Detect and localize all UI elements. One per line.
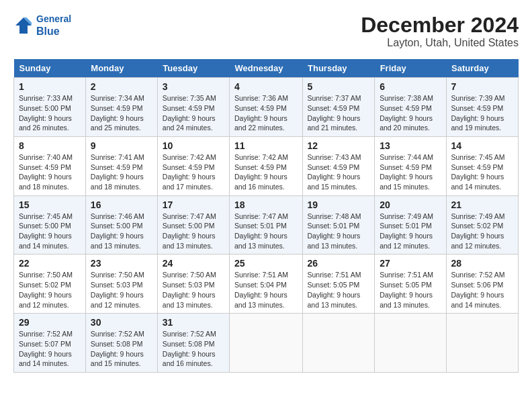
day-info: Sunrise: 7:50 AMSunset: 5:02 PMDaylight:… (19, 271, 73, 308)
calendar-header-row: SundayMondayTuesdayWednesdayThursdayFrid… (14, 59, 519, 78)
day-number: 21 (451, 199, 513, 210)
day-info: Sunrise: 7:51 AMSunset: 5:04 PMDaylight:… (234, 271, 288, 308)
day-number: 26 (308, 258, 370, 269)
calendar-cell: 12 Sunrise: 7:43 AMSunset: 4:59 PMDaylig… (302, 136, 375, 195)
day-info: Sunrise: 7:47 AMSunset: 5:00 PMDaylight:… (163, 212, 216, 250)
page-title: December 2024 (361, 13, 519, 37)
calendar-cell: 24 Sunrise: 7:50 AMSunset: 5:03 PMDaylig… (157, 255, 229, 314)
calendar-cell: 19 Sunrise: 7:48 AMSunset: 5:01 PMDaylig… (302, 195, 375, 255)
calendar-cell: 4 Sunrise: 7:36 AMSunset: 4:59 PMDayligh… (230, 78, 303, 137)
day-number: 23 (91, 258, 152, 269)
day-info: Sunrise: 7:35 AMSunset: 4:59 PMDaylight:… (163, 94, 216, 132)
day-info: Sunrise: 7:45 AMSunset: 4:59 PMDaylight:… (451, 153, 505, 191)
calendar-cell: 6 Sunrise: 7:38 AMSunset: 4:59 PMDayligh… (375, 78, 446, 137)
calendar-header-monday: Monday (85, 59, 157, 78)
calendar-header-friday: Friday (375, 59, 446, 78)
day-number: 18 (234, 199, 298, 210)
calendar-header-wednesday: Wednesday (230, 59, 303, 78)
page-header: General Blue December 2024 Layton, Utah,… (13, 13, 519, 49)
day-info: Sunrise: 7:52 AMSunset: 5:08 PMDaylight:… (163, 330, 216, 367)
calendar-cell: 22 Sunrise: 7:50 AMSunset: 5:02 PMDaylig… (14, 255, 86, 314)
calendar-week-row: 22 Sunrise: 7:50 AMSunset: 5:02 PMDaylig… (14, 255, 519, 314)
day-info: Sunrise: 7:51 AMSunset: 5:05 PMDaylight:… (308, 271, 361, 308)
title-area: December 2024 Layton, Utah, United State… (361, 13, 519, 49)
calendar-week-row: 15 Sunrise: 7:45 AMSunset: 5:00 PMDaylig… (14, 195, 519, 255)
day-number: 27 (380, 258, 441, 269)
calendar-cell: 13 Sunrise: 7:44 AMSunset: 4:59 PMDaylig… (375, 136, 446, 195)
day-info: Sunrise: 7:40 AMSunset: 4:59 PMDaylight:… (19, 153, 73, 191)
calendar-cell (302, 314, 375, 373)
calendar-header-sunday: Sunday (14, 59, 86, 78)
calendar-cell: 29 Sunrise: 7:52 AMSunset: 5:07 PMDaylig… (14, 314, 86, 373)
logo-line1: General (36, 13, 71, 24)
calendar-cell: 3 Sunrise: 7:35 AMSunset: 4:59 PMDayligh… (157, 78, 229, 137)
day-number: 7 (451, 81, 513, 92)
day-info: Sunrise: 7:33 AMSunset: 5:00 PMDaylight:… (19, 94, 73, 132)
day-info: Sunrise: 7:50 AMSunset: 5:03 PMDaylight:… (91, 271, 144, 308)
svg-marker-0 (15, 17, 32, 34)
day-number: 16 (91, 199, 152, 210)
calendar-cell (446, 314, 518, 373)
calendar-table: SundayMondayTuesdayWednesdayThursdayFrid… (13, 59, 519, 373)
day-number: 28 (451, 258, 513, 269)
day-number: 31 (163, 317, 224, 328)
calendar-week-row: 29 Sunrise: 7:52 AMSunset: 5:07 PMDaylig… (14, 314, 519, 373)
calendar-cell: 20 Sunrise: 7:49 AMSunset: 5:01 PMDaylig… (375, 195, 446, 255)
calendar-cell: 10 Sunrise: 7:42 AMSunset: 4:59 PMDaylig… (157, 136, 229, 195)
day-info: Sunrise: 7:42 AMSunset: 4:59 PMDaylight:… (163, 153, 216, 191)
logo-icon (13, 15, 34, 36)
calendar-cell: 25 Sunrise: 7:51 AMSunset: 5:04 PMDaylig… (230, 255, 303, 314)
calendar-cell: 27 Sunrise: 7:51 AMSunset: 5:05 PMDaylig… (375, 255, 446, 314)
day-info: Sunrise: 7:43 AMSunset: 4:59 PMDaylight:… (308, 153, 361, 191)
calendar-cell: 16 Sunrise: 7:46 AMSunset: 5:00 PMDaylig… (85, 195, 157, 255)
day-info: Sunrise: 7:42 AMSunset: 4:59 PMDaylight:… (234, 153, 288, 191)
day-info: Sunrise: 7:51 AMSunset: 5:05 PMDaylight:… (380, 271, 433, 308)
day-number: 8 (19, 140, 81, 151)
day-info: Sunrise: 7:48 AMSunset: 5:01 PMDaylight:… (308, 212, 361, 250)
calendar-cell: 18 Sunrise: 7:47 AMSunset: 5:01 PMDaylig… (230, 195, 303, 255)
day-info: Sunrise: 7:41 AMSunset: 4:59 PMDaylight:… (91, 153, 144, 191)
calendar-cell: 17 Sunrise: 7:47 AMSunset: 5:00 PMDaylig… (157, 195, 229, 255)
day-number: 20 (380, 199, 441, 210)
day-info: Sunrise: 7:52 AMSunset: 5:07 PMDaylight:… (19, 330, 73, 367)
page-subtitle: Layton, Utah, United States (361, 37, 519, 49)
calendar-cell: 26 Sunrise: 7:51 AMSunset: 5:05 PMDaylig… (302, 255, 375, 314)
day-number: 25 (234, 258, 298, 269)
day-number: 3 (163, 81, 224, 92)
calendar-cell: 1 Sunrise: 7:33 AMSunset: 5:00 PMDayligh… (14, 78, 86, 137)
day-number: 1 (19, 81, 81, 92)
day-number: 29 (19, 317, 81, 328)
calendar-cell (230, 314, 303, 373)
day-info: Sunrise: 7:52 AMSunset: 5:06 PMDaylight:… (451, 271, 505, 308)
calendar-cell: 7 Sunrise: 7:39 AMSunset: 4:59 PMDayligh… (446, 78, 518, 137)
calendar-header-saturday: Saturday (446, 59, 518, 78)
calendar-header-thursday: Thursday (302, 59, 375, 78)
day-number: 22 (19, 258, 81, 269)
day-number: 2 (91, 81, 152, 92)
calendar-body: 1 Sunrise: 7:33 AMSunset: 5:00 PMDayligh… (14, 78, 519, 373)
day-number: 4 (234, 81, 298, 92)
day-info: Sunrise: 7:47 AMSunset: 5:01 PMDaylight:… (234, 212, 288, 250)
calendar-week-row: 1 Sunrise: 7:33 AMSunset: 5:00 PMDayligh… (14, 78, 519, 137)
day-info: Sunrise: 7:46 AMSunset: 5:00 PMDaylight:… (91, 212, 144, 250)
calendar-cell: 2 Sunrise: 7:34 AMSunset: 4:59 PMDayligh… (85, 78, 157, 137)
day-number: 19 (308, 199, 370, 210)
calendar-cell: 30 Sunrise: 7:52 AMSunset: 5:08 PMDaylig… (85, 314, 157, 373)
calendar-cell: 15 Sunrise: 7:45 AMSunset: 5:00 PMDaylig… (14, 195, 86, 255)
day-number: 6 (380, 81, 441, 92)
day-info: Sunrise: 7:38 AMSunset: 4:59 PMDaylight:… (380, 94, 433, 132)
day-info: Sunrise: 7:37 AMSunset: 4:59 PMDaylight:… (308, 94, 361, 132)
day-number: 11 (234, 140, 298, 151)
day-number: 15 (19, 199, 81, 210)
logo: General Blue (13, 13, 71, 38)
day-info: Sunrise: 7:45 AMSunset: 5:00 PMDaylight:… (19, 212, 73, 250)
day-number: 10 (163, 140, 224, 151)
logo-text: General Blue (36, 13, 71, 38)
day-number: 17 (163, 199, 224, 210)
calendar-header-tuesday: Tuesday (157, 59, 229, 78)
day-number: 9 (91, 140, 152, 151)
calendar-week-row: 8 Sunrise: 7:40 AMSunset: 4:59 PMDayligh… (14, 136, 519, 195)
day-number: 14 (451, 140, 513, 151)
day-info: Sunrise: 7:34 AMSunset: 4:59 PMDaylight:… (91, 94, 144, 132)
calendar-cell: 9 Sunrise: 7:41 AMSunset: 4:59 PMDayligh… (85, 136, 157, 195)
